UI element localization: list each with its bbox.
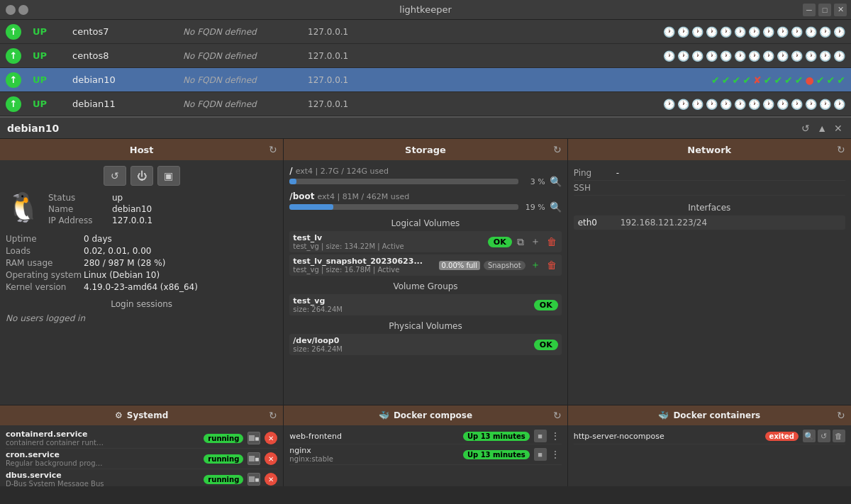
storage-bar-row: 3 % 🔍: [289, 176, 561, 187]
docker-compose-refresh-button[interactable]: ↻: [553, 410, 562, 421]
storage-pct: 19 %: [523, 203, 545, 212]
docker-more-button[interactable]: ⋮: [549, 448, 562, 461]
service-disable-button[interactable]: ✕: [265, 432, 277, 444]
lv-section-title: Logical Volumes: [289, 218, 561, 228]
clock-icon: 🕐: [791, 50, 803, 62]
close-button[interactable]: ✕: [834, 4, 847, 16]
service-disable-button[interactable]: ✕: [265, 452, 277, 465]
detail-collapse-button[interactable]: ▲: [816, 121, 828, 135]
service-stop-button[interactable]: ■: [247, 432, 260, 444]
clock-icon: 🕐: [691, 99, 703, 110]
app-title: lightkeeper: [399, 4, 451, 15]
storage-panel-header: Storage ↻: [284, 139, 567, 160]
clock-icon: 🕐: [663, 26, 675, 38]
kernel-value: 4.19.0-23-amd64 (x86_64): [84, 282, 198, 292]
service-disable-button[interactable]: ✕: [265, 473, 277, 486]
container-search-button[interactable]: 🔍: [803, 430, 816, 442]
titlebar: lightkeeper ─ □ ✕: [0, 0, 851, 20]
os-value: Linux (Debian 10): [84, 270, 160, 280]
docker-containers-icon: 🐳: [658, 410, 669, 420]
docker-uptime-badge: Up 13 minutes: [463, 450, 530, 459]
power-button[interactable]: ⏻: [130, 166, 153, 186]
check-icon: ✔: [784, 74, 793, 86]
server-row-debian11[interactable]: ↑ UP debian11 No FQDN defined 127.0.0.1 …: [0, 92, 851, 116]
snapshot-badge: Snapshot: [484, 261, 525, 270]
service-info: containerd.service containerd container …: [6, 430, 199, 447]
terminal-button[interactable]: ▣: [157, 166, 180, 186]
server-row-centos8[interactable]: ↑ UP centos8 No FQDN defined 127.0.0.1 🕐…: [0, 44, 851, 68]
lv-add-button[interactable]: ＋: [529, 235, 542, 249]
uptime-label: Uptime: [6, 234, 84, 244]
docker-more-button[interactable]: ⋮: [549, 430, 562, 442]
lv-delete-button[interactable]: 🗑: [545, 235, 558, 248]
service-stop-button[interactable]: ■: [247, 452, 260, 465]
reboot-button[interactable]: ↺: [104, 166, 126, 186]
server-name: centos7: [72, 26, 172, 37]
container-restart-button[interactable]: ↺: [818, 430, 830, 442]
container-delete-button[interactable]: 🗑: [833, 430, 845, 442]
storage-refresh-button[interactable]: ↻: [553, 144, 562, 155]
docker-containers-title: Docker containers: [673, 410, 760, 420]
clock-icon: 🕐: [748, 99, 760, 110]
storage-zoom-button[interactable]: 🔍: [550, 176, 562, 187]
storage-zoom-button[interactable]: 🔍: [550, 201, 562, 213]
check-icon: ✔: [795, 74, 803, 86]
docker-compose-panel: 🐳 Docker compose ↻ web-frontend Up 13 mi…: [284, 405, 567, 486]
lv-add-button[interactable]: ＋: [529, 258, 542, 272]
host-stats: Uptime 0 days Loads 0.02, 0.01, 0.00 RAM…: [6, 234, 277, 292]
vg-name: test_vg size: 264.24M: [293, 296, 530, 313]
clock-icon: 🕐: [691, 50, 703, 62]
container-name: http-server-nocompose: [574, 432, 761, 441]
host-info-table: Status up Name debian10 IP Address 127.0…: [48, 193, 277, 227]
host-panel-content: ↺ ⏻ ▣ 🐧 Status up Name debian10: [0, 160, 283, 405]
maximize-button[interactable]: □: [818, 4, 831, 16]
server-ip: 127.0.0.1: [308, 51, 393, 61]
container-status-badge: exited: [765, 432, 799, 441]
clock-icon: 🕐: [777, 50, 789, 62]
ping-row: Ping -: [574, 166, 845, 181]
docker-stop-button[interactable]: ■: [534, 430, 547, 442]
clock-icon: 🕐: [833, 26, 845, 38]
minimize-button[interactable]: ─: [803, 4, 816, 16]
detail-title: debian10: [7, 123, 794, 134]
service-row: cron.service Regular background program …: [6, 449, 277, 469]
host-refresh-button[interactable]: ↻: [269, 144, 277, 155]
lv-delete-button[interactable]: 🗑: [545, 259, 558, 271]
server-fqdn: No FQDN defined: [183, 75, 296, 85]
server-ip: 127.0.0.1: [308, 75, 393, 85]
storage-pct: 3 %: [523, 177, 545, 186]
service-desc: containerd container runtime: [6, 439, 105, 447]
detail-header-controls: ↺ ▲ ✕: [800, 121, 844, 135]
mount-meta: ext4 | 81M / 462M used: [318, 192, 410, 201]
ping-value: -: [616, 168, 619, 178]
status-up-icon: ↑: [6, 24, 21, 40]
server-list: ↑ UP centos7 No FQDN defined 127.0.0.1 🕐…: [0, 20, 851, 116]
kernel-label: Kernel version: [6, 282, 84, 292]
server-row-debian10[interactable]: ↑ UP debian10 No FQDN defined 127.0.0.1 …: [0, 68, 851, 92]
service-stop-button[interactable]: ■: [247, 473, 260, 486]
clock-icon: 🕐: [805, 99, 817, 110]
docker-compose-panel-header: 🐳 Docker compose ↻: [284, 405, 567, 425]
storage-panel-content: / ext4 | 2.7G / 124G used 3 % 🔍 /boot ex…: [284, 160, 567, 405]
docker-actions: ■ ⋮: [534, 430, 562, 442]
docker-containers-refresh-button[interactable]: ↻: [837, 410, 845, 421]
pv-section-title: Physical Volumes: [289, 321, 561, 331]
clock-icon: 🕐: [819, 50, 831, 62]
iface-name: eth0: [578, 218, 621, 228]
pv-row: /dev/loop0 size: 264.24M OK: [289, 334, 561, 355]
clock-icon: 🕐: [706, 26, 718, 38]
check-icon: ✔: [837, 74, 845, 86]
storage-mount: /boot ext4 | 81M / 462M used 19 % 🔍: [289, 191, 561, 213]
lv-copy-button[interactable]: ⧉: [516, 235, 525, 249]
docker-stop-button[interactable]: ■: [534, 448, 547, 461]
server-row-centos7[interactable]: ↑ UP centos7 No FQDN defined 127.0.0.1 🕐…: [0, 20, 851, 44]
network-refresh-button[interactable]: ↻: [837, 144, 845, 155]
systemd-refresh-button[interactable]: ↻: [269, 410, 277, 421]
main-panels: Host ↻ ↺ ⏻ ▣ 🐧 Status up: [0, 139, 851, 405]
ping-label: Ping: [574, 168, 616, 178]
detail-refresh-button[interactable]: ↺: [800, 121, 811, 135]
clock-icon: 🕐: [819, 26, 831, 38]
ip-value: 127.0.0.1: [112, 215, 152, 225]
detail-close-button[interactable]: ✕: [833, 121, 844, 135]
name-value: debian10: [112, 204, 152, 214]
